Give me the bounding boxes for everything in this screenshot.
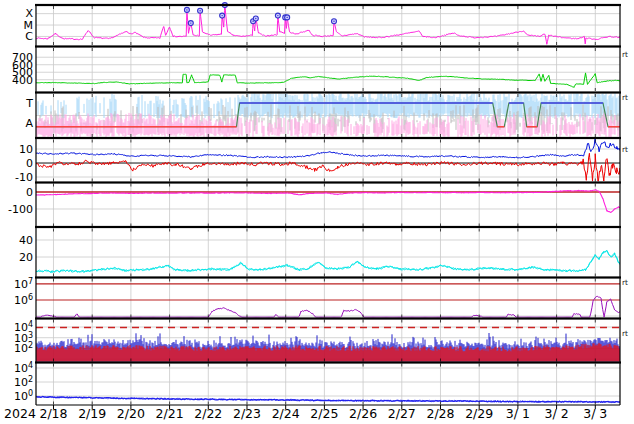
panel-divider <box>35 45 621 47</box>
panel-divider <box>35 317 621 319</box>
y-tick-label: A <box>25 117 33 130</box>
x-axis-year-label: 2024 <box>4 406 36 421</box>
y-tick-label: -100 <box>8 203 33 216</box>
x-axis-tick-label: 2/26 <box>349 406 377 421</box>
x-axis-tick-label: 2/29 <box>465 406 493 421</box>
space-weather-summary-chart: XMC700600500400TA100-100-100402010710610… <box>0 0 634 424</box>
y-tick-label: 0 <box>26 186 33 199</box>
x-axis-tick-label: 2/23 <box>233 406 261 421</box>
x-axis-tick-label: 2/21 <box>156 406 184 421</box>
y-tick-label: 10 <box>19 143 33 156</box>
y-tick-label: 40 <box>19 234 33 247</box>
x-axis-tick-label: 2/20 <box>117 406 145 421</box>
summary-plot-svg: XMC700600500400TA100-100-100402010710610… <box>0 0 634 424</box>
right-rt-label: rt <box>622 329 628 338</box>
x-axis-tick-label: 2/27 <box>388 406 416 421</box>
panel-divider <box>35 276 621 278</box>
panel-divider <box>35 226 621 228</box>
panel-divider <box>35 361 621 363</box>
right-rt-label: rt <box>622 50 628 59</box>
x-axis-tick-label: 2/22 <box>194 406 222 421</box>
panel-divider <box>35 181 621 183</box>
right-rt-label: rt <box>622 93 628 102</box>
x-axis-tick-label: 3/ 3 <box>583 406 607 421</box>
y-tick-label: C <box>25 30 33 43</box>
y-tick-label: 0 <box>26 157 33 170</box>
y-tick-label: 400 <box>12 74 33 87</box>
x-axis-tick-label: 3/ 2 <box>545 406 569 421</box>
y-tick-label: -10 <box>15 171 33 184</box>
x-axis-tick-label: 3/ 1 <box>506 406 530 421</box>
x-axis-tick-label: 2/24 <box>272 406 300 421</box>
right-rt-label: rt <box>622 278 628 287</box>
right-rt-label: rt <box>622 145 628 154</box>
x-axis-tick-label: 2/18 <box>39 406 67 421</box>
y-tick-label: 20 <box>19 251 33 264</box>
x-axis-tick-label: 2/25 <box>310 406 338 421</box>
x-axis-tick-label: 2/19 <box>78 406 106 421</box>
panel-divider <box>35 4 621 6</box>
panel-divider <box>35 137 621 139</box>
panel-divider <box>35 91 621 93</box>
x-axis-tick-label: 2/28 <box>426 406 454 421</box>
y-tick-label: T <box>25 97 33 110</box>
